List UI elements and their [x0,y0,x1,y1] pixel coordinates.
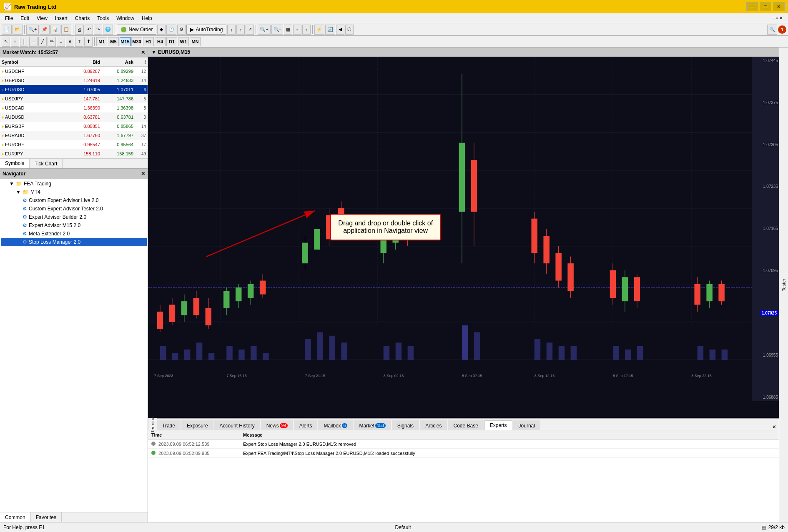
nav-fea-trading[interactable]: ▼ 📁 FEA Trading [1,180,147,188]
minimize-button[interactable]: ─ [746,2,758,11]
toolbar-btn-15[interactable]: ↑ [236,25,245,35]
tf-m15[interactable]: M15 [120,37,130,46]
tf-m30[interactable]: M30 [131,37,142,46]
chart-bars[interactable]: ↕ [293,25,301,35]
tab-symbols[interactable]: Symbols [0,159,30,168]
market-watch-close[interactable]: ✕ [141,50,145,55]
print-preview-button[interactable]: ↶ [85,25,93,35]
indicators-button[interactable]: ⚡ [314,25,324,35]
toolbar-btn-5[interactable]: 📊 [50,25,60,35]
vertical-line[interactable]: │ [20,37,28,47]
refresh-button[interactable]: ↷ [94,25,102,35]
mw-row-eurchf[interactable]: ♦EURCHF 0.95547 0.95564 17 [0,140,148,149]
nav-tab-common[interactable]: Common [0,512,31,522]
maximize-button[interactable]: □ [760,2,771,11]
tab-journal[interactable]: Journal [513,420,540,430]
nav-ea-builder[interactable]: ⚙ Expert Advisor Builder 2.0 [1,213,147,221]
horizontal-line[interactable]: ─ [29,37,38,47]
toolbar-btn-6[interactable]: 📋 [61,25,71,35]
menu-insert[interactable]: Insert [52,15,71,22]
log-row-1[interactable]: 2023.09.09 06:52:12.539 Expert Stop Loss… [148,440,779,449]
menu-charts[interactable]: Charts [72,15,93,22]
text-label[interactable]: T [75,37,83,47]
print-button[interactable]: 🖨 [75,25,84,35]
terminal-close[interactable]: ✕ [770,424,779,430]
chart-type[interactable]: ▦ [284,25,292,35]
history-button[interactable]: 🕐 [166,25,176,35]
tab-market[interactable]: Market 153 [354,420,391,430]
menu-tools[interactable]: Tools [94,15,112,22]
tab-news[interactable]: News 99 [261,420,293,430]
close-button[interactable]: ✕ [773,2,785,11]
menu-view[interactable]: View [33,15,51,22]
nav-meta-extender[interactable]: ⚙ Meta Extender 2.0 [1,230,147,238]
mw-row-gbpusd[interactable]: ♦GBPUSD 1.24619 1.24633 14 [0,76,148,85]
mw-row-usdcad[interactable]: ♦USDCAD 1.36390 1.36398 8 [0,103,148,112]
mw-row-eurgbp[interactable]: ♦EURGBP 0.85851 0.85865 14 [0,122,148,131]
nav-custom-ea-tester[interactable]: ⚙ Custom Expert Advisor Tester 2.0 [1,205,147,213]
nav-custom-ea-live[interactable]: ⚙ Custom Expert Advisor Live 2.0 [1,196,147,205]
tf-w1[interactable]: W1 [178,37,189,46]
tab-code-base[interactable]: Code Base [448,420,483,430]
mw-row-usdchf[interactable]: ♦USDCHF 0.89287 0.89299 12 [0,67,148,76]
tab-alerts[interactable]: Alerts [294,420,318,430]
tf-h1[interactable]: H1 [143,37,154,46]
tab-articles[interactable]: Articles [420,420,447,430]
terminal-side-label[interactable]: Terminal [148,418,157,430]
chart-canvas[interactable]: 1.07445 1.07375 1.07305 1.07235 1.07165 … [148,57,779,418]
mw-row-audusd[interactable]: ♦AUDUSD 0.63781 0.63781 0 [0,112,148,122]
tb-more3[interactable]: ⬡ [345,25,354,35]
tf-m1[interactable]: M1 [96,37,107,46]
zoom-in-chart[interactable]: 🔍+ [258,25,270,35]
toolbar-btn-12[interactable]: ⚙ [177,25,186,35]
mw-row-eurjpy[interactable]: ♦EURJPY 158.110 158.159 49 [0,149,148,158]
tb-more1[interactable]: 🔄 [325,25,335,35]
mw-row-usdjpy[interactable]: ♦USDJPY 147.781 147.786 5 [0,94,148,103]
nav-mt4[interactable]: ▼ 📁 MT4 [1,188,147,196]
tf-mn[interactable]: MN [190,37,201,46]
zoom-in-button[interactable]: 🔍+ [26,25,39,35]
fwd-button[interactable]: 🌐 [103,25,113,35]
crosshair-tool[interactable]: + [11,37,19,47]
autotrading-button[interactable]: ▶ AutoTrading [186,25,226,35]
toolbar-btn-14[interactable]: ↕ [227,25,236,35]
zoom-out-chart[interactable]: 🔍- [271,25,283,35]
channel-tool[interactable]: ≡ [57,37,65,47]
trend-line[interactable]: ╱ [38,37,47,47]
tab-account-history[interactable]: Account History [214,420,260,430]
tab-mailbox[interactable]: Mailbox 6 [318,420,353,430]
tester-label[interactable]: Tester [781,279,786,291]
text-tool[interactable]: A [66,37,74,47]
chart-line[interactable]: ↕ [302,25,311,35]
toolbar-btn-10[interactable]: ◆ [157,25,166,35]
arrow-tool[interactable]: ↖ [2,37,10,47]
new-order-button[interactable]: 🟢 New Order [117,25,156,35]
tab-experts[interactable]: Experts [484,420,512,430]
new-chart-button[interactable]: 📄 [2,25,12,35]
nav-ea-m15[interactable]: ⚙ Expert Advisor M15 2.0 [1,221,147,230]
nav-stop-loss-manager[interactable]: ⚙ Stop Loss Manager 2.0 [1,238,147,246]
tb-more2[interactable]: ◀ [336,25,344,35]
tf-h4[interactable]: H4 [155,37,166,46]
toolbar-btn-2[interactable]: 📂 [13,25,23,35]
mw-row-eurusd[interactable]: ♦EURUSD 1.07005 1.07011 6 [0,85,148,94]
toolbar-btn-16[interactable]: ↗ [246,25,254,35]
menu-file[interactable]: File [2,15,16,22]
menu-help[interactable]: Help [138,15,156,22]
zoom-out-button[interactable]: 📌 [40,25,50,35]
navigator-close[interactable]: ✕ [141,171,145,177]
arrow-marker[interactable]: ⬆ [84,37,93,47]
menu-edit[interactable]: Edit [17,15,33,22]
tab-exposure[interactable]: Exposure [181,420,213,430]
tab-signals[interactable]: Signals [392,420,419,430]
search-button[interactable]: 🔍 [767,25,777,35]
log-row-2[interactable]: 2023.09.09 06:52:09.935 Expert FEA Tradi… [148,449,779,458]
mw-row-euraud[interactable]: ♦EURAUD 1.67760 1.67797 37 [0,131,148,140]
tab-trade[interactable]: Trade [157,420,181,430]
tf-m5[interactable]: M5 [108,37,119,46]
nav-tab-favorites[interactable]: Favorites [31,512,62,522]
tf-d1[interactable]: D1 [166,37,177,46]
tab-tick-chart[interactable]: Tick Chart [30,159,63,168]
draw-tools[interactable]: ✏ [48,37,56,47]
menu-window[interactable]: Window [113,15,138,22]
